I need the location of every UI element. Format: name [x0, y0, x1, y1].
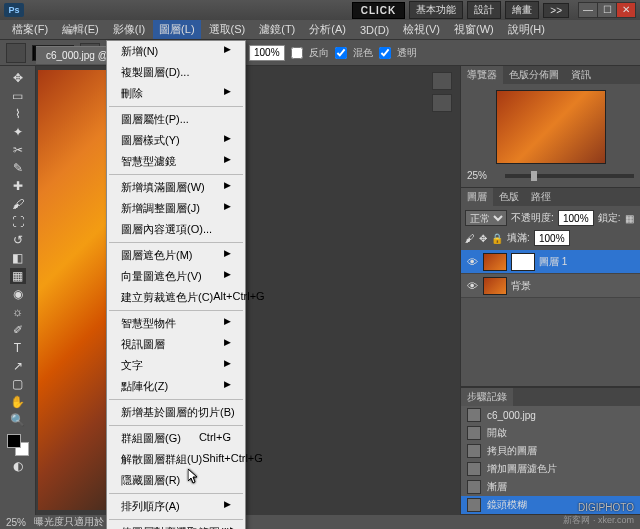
- menu-item-clip-mask[interactable]: 建立剪裁遮色片(C)Alt+Ctrl+G: [107, 287, 245, 308]
- menu-image[interactable]: 影像(I): [107, 20, 151, 39]
- wand-tool-icon[interactable]: ✦: [10, 124, 26, 140]
- pen-tool-icon[interactable]: ✐: [10, 322, 26, 338]
- menu-item-smart-object[interactable]: 智慧型物件▶: [107, 313, 245, 334]
- click-button[interactable]: CLICK: [352, 2, 406, 19]
- crop-tool-icon[interactable]: ✂: [10, 142, 26, 158]
- maximize-button[interactable]: ☐: [597, 2, 617, 18]
- tool-preset-icon[interactable]: [6, 43, 26, 63]
- menu-item-rasterize[interactable]: 點陣化(Z)▶: [107, 376, 245, 397]
- gradient-tool-icon[interactable]: ▦: [10, 268, 26, 284]
- menu-3d[interactable]: 3D(D): [354, 22, 395, 38]
- layer-row[interactable]: 👁 背景: [461, 274, 640, 298]
- lock-pixels-icon[interactable]: 🖌: [465, 233, 475, 244]
- history-snapshot[interactable]: c6_000.jpg: [461, 406, 640, 424]
- tab-channels[interactable]: 色版: [493, 188, 525, 206]
- layer-name: 背景: [511, 279, 531, 293]
- opacity-label: 不透明度:: [511, 211, 554, 225]
- menu-analysis[interactable]: 分析(A): [303, 20, 352, 39]
- menu-layer[interactable]: 圖層(L): [153, 20, 200, 39]
- marquee-tool-icon[interactable]: ▭: [10, 88, 26, 104]
- menu-item-layer-content[interactable]: 圖層內容選項(O)...: [107, 219, 245, 240]
- dodge-tool-icon[interactable]: ☼: [10, 304, 26, 320]
- heal-tool-icon[interactable]: ✚: [10, 178, 26, 194]
- menu-item-vector-mask[interactable]: 向量圖遮色片(V)▶: [107, 266, 245, 287]
- layer-row[interactable]: 👁 圖層 1: [461, 250, 640, 274]
- lasso-tool-icon[interactable]: ⌇: [10, 106, 26, 122]
- blend-mode-select[interactable]: 正常: [465, 210, 507, 226]
- layer-fill-input[interactable]: [534, 230, 570, 246]
- menu-item-group[interactable]: 群組圖層(G)Ctrl+G: [107, 428, 245, 449]
- quickmask-icon[interactable]: ◐: [10, 458, 26, 474]
- menu-item-new-fill[interactable]: 新增填滿圖層(W)▶: [107, 177, 245, 198]
- menu-help[interactable]: 說明(H): [502, 20, 551, 39]
- collapsed-panel-icon[interactable]: [432, 94, 452, 112]
- shape-tool-icon[interactable]: ▢: [10, 376, 26, 392]
- visibility-icon[interactable]: 👁: [465, 256, 479, 268]
- menu-view[interactable]: 檢視(V): [397, 20, 446, 39]
- tab-histogram[interactable]: 色版分佈圖: [503, 66, 565, 84]
- menu-item-layer-mask[interactable]: 圖層遮色片(M)▶: [107, 245, 245, 266]
- tab-navigator[interactable]: 導覽器: [461, 66, 503, 84]
- step-icon: [467, 498, 481, 512]
- workspace-design[interactable]: 設計: [467, 1, 501, 19]
- lock-transparent-icon[interactable]: ▦: [625, 213, 634, 224]
- menu-item-layer-props[interactable]: 圖層屬性(P)...: [107, 109, 245, 130]
- history-brush-icon[interactable]: ↺: [10, 232, 26, 248]
- menu-select[interactable]: 選取(S): [203, 20, 252, 39]
- menu-item-new[interactable]: 新增(N)▶: [107, 41, 245, 62]
- path-tool-icon[interactable]: ↗: [10, 358, 26, 374]
- brush-tool-icon[interactable]: 🖌: [10, 196, 26, 212]
- history-step[interactable]: 拷貝的圖層: [461, 442, 640, 460]
- nav-zoom-slider[interactable]: [505, 174, 634, 178]
- stamp-tool-icon[interactable]: ⛶: [10, 214, 26, 230]
- history-step[interactable]: 增加圖層濾色片: [461, 460, 640, 478]
- tab-layers[interactable]: 圖層: [461, 188, 493, 206]
- lock-position-icon[interactable]: ✥: [479, 233, 487, 244]
- collapsed-panel-icon[interactable]: [432, 72, 452, 90]
- tab-info[interactable]: 資訊: [565, 66, 597, 84]
- lock-all-icon[interactable]: 🔒: [491, 233, 503, 244]
- eraser-tool-icon[interactable]: ◧: [10, 250, 26, 266]
- menu-item-type[interactable]: 文字▶: [107, 355, 245, 376]
- menu-item-align[interactable]: 使圖層對齊選取範圍(I)▶: [107, 522, 245, 529]
- menu-edit[interactable]: 編輯(E): [56, 20, 105, 39]
- workspace-basic[interactable]: 基本功能: [409, 1, 463, 19]
- menu-file[interactable]: 檔案(F): [6, 20, 54, 39]
- cb-dither[interactable]: [335, 47, 347, 59]
- cb-transparency[interactable]: [379, 47, 391, 59]
- menu-item-delete[interactable]: 刪除▶: [107, 83, 245, 104]
- cb-reverse[interactable]: [291, 47, 303, 59]
- navigator-thumbnail[interactable]: [496, 90, 606, 164]
- menu-item-new-slice[interactable]: 新增基於圖層的切片(B): [107, 402, 245, 423]
- menu-item-arrange[interactable]: 排列順序(A)▶: [107, 496, 245, 517]
- menu-item-smart-filter[interactable]: 智慧型濾鏡▶: [107, 151, 245, 172]
- workspace-more[interactable]: >>: [543, 3, 569, 18]
- eyedropper-tool-icon[interactable]: ✎: [10, 160, 26, 176]
- move-tool-icon[interactable]: ✥: [10, 70, 26, 86]
- minimize-button[interactable]: —: [578, 2, 598, 18]
- menu-item-video[interactable]: 視訊圖層▶: [107, 334, 245, 355]
- zoom-tool-icon[interactable]: 🔍: [10, 412, 26, 428]
- opacity-input[interactable]: [249, 45, 285, 61]
- tab-paths[interactable]: 路徑: [525, 188, 557, 206]
- visibility-icon[interactable]: 👁: [465, 280, 479, 292]
- menu-window[interactable]: 視窗(W): [448, 20, 500, 39]
- fg-bg-swatch[interactable]: [7, 434, 29, 456]
- tab-history[interactable]: 步驟記錄: [461, 388, 513, 406]
- menu-item-layer-style[interactable]: 圖層樣式(Y)▶: [107, 130, 245, 151]
- history-step[interactable]: 開啟: [461, 424, 640, 442]
- menu-filter[interactable]: 濾鏡(T): [253, 20, 301, 39]
- menu-item-ungroup[interactable]: 解散圖層群組(U)Shift+Ctrl+G: [107, 449, 245, 470]
- menu-item-hide[interactable]: 隱藏圖層(R): [107, 470, 245, 491]
- layer-opacity-input[interactable]: [558, 210, 594, 226]
- step-icon: [467, 426, 481, 440]
- type-tool-icon[interactable]: T: [10, 340, 26, 356]
- blur-tool-icon[interactable]: ◉: [10, 286, 26, 302]
- menu-item-duplicate[interactable]: 複製圖層(D)...: [107, 62, 245, 83]
- history-step[interactable]: 漸層: [461, 478, 640, 496]
- cb-dither-label: 混色: [353, 46, 373, 60]
- menu-item-new-adjust[interactable]: 新增調整圖層(J)▶: [107, 198, 245, 219]
- workspace-paint[interactable]: 繪畫: [505, 1, 539, 19]
- hand-tool-icon[interactable]: ✋: [10, 394, 26, 410]
- close-button[interactable]: ✕: [616, 2, 636, 18]
